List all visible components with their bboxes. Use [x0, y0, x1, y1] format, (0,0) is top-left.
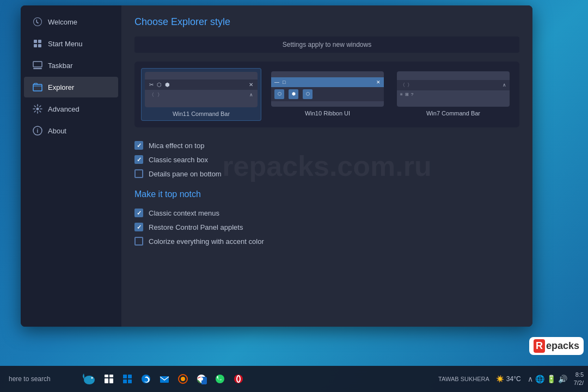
checkbox-classic-search[interactable]: Classic search box	[134, 152, 519, 167]
taskbar-start-icon[interactable]	[120, 371, 135, 387]
battery-icon[interactable]: 🔋	[547, 375, 556, 383]
checkbox-mica[interactable]: Mica effect on top	[134, 138, 519, 152]
win11-expand: ∧	[249, 92, 253, 97]
style-cards-container: ✂ ⬡ ⬢ ✕ 〈 〉 ∧ Win11 Command Bar	[134, 62, 519, 127]
svg-rect-16	[123, 375, 127, 378]
win11-back: 〈	[149, 91, 154, 99]
ribbon-close: ✕	[376, 79, 381, 85]
weather-icon: ☀️	[496, 375, 504, 383]
win7-expand: ∧	[503, 82, 506, 88]
ribbon-top: — □ ✕	[271, 77, 384, 87]
network-icon[interactable]: 🌐	[535, 375, 544, 383]
sidebar-item-explorer[interactable]: Explorer	[24, 77, 118, 97]
win7-view-icon: ⊞	[405, 92, 409, 97]
about-icon: i	[33, 126, 42, 136]
win7-toolbar: ≡ ⊞ ?	[397, 90, 510, 99]
details-pane-checkbox[interactable]	[134, 169, 143, 178]
search-text: here to search	[9, 375, 51, 383]
taskbar-mail-icon[interactable]	[157, 371, 172, 387]
colorize-checkbox[interactable]	[134, 237, 143, 246]
classic-search-checkbox[interactable]	[134, 155, 143, 164]
taskbar-weather: ☀️ 34°C	[496, 375, 521, 383]
style-card-win10[interactable]: — □ ✕ ⬡ ⬢ ⬡ Win10 Ribbon UI	[268, 68, 387, 121]
svg-rect-5	[33, 68, 42, 69]
svg-rect-13	[109, 375, 113, 377]
win7-card-label: Win7 Command Bar	[426, 110, 480, 117]
sidebar-item-taskbar-label: Taskbar	[48, 62, 73, 70]
taskbar-chrome-icon[interactable]	[194, 371, 209, 387]
svg-rect-18	[123, 379, 127, 383]
taskbar-browser-icon[interactable]	[175, 371, 191, 387]
svg-rect-0	[34, 40, 37, 43]
taskbar-sys-icons: ∧ 🌐 🔋 🔊	[528, 375, 567, 383]
ribbon-maximize: □	[283, 79, 285, 85]
sidebar-item-advanced[interactable]: Advanced	[24, 99, 118, 119]
svg-text:i: i	[37, 128, 39, 134]
svg-point-11	[91, 377, 93, 379]
taskbar-whatsapp-icon[interactable]	[212, 371, 228, 387]
svg-rect-15	[109, 378, 113, 383]
main-content: repacks.com.ru Choose Explorer style Set…	[121, 5, 532, 327]
svg-rect-1	[38, 40, 41, 43]
sidebar-item-about[interactable]: i About	[24, 120, 118, 141]
grid-icon	[33, 39, 42, 48]
win11-preview: ✂ ⬡ ⬢ ✕ 〈 〉 ∧	[145, 72, 258, 107]
details-pane-label: Details pane on bottom	[149, 170, 222, 178]
win7-nav: 〈 〉 ∧	[397, 80, 510, 90]
advanced-icon	[33, 104, 42, 114]
ribbon-icon-1: ⬡	[274, 89, 284, 99]
svg-rect-4	[33, 62, 42, 67]
taskbar-username: TAWAB SUKHERA	[438, 376, 489, 382]
win7-back: 〈	[400, 82, 405, 89]
chevron-up-icon[interactable]: ∧	[528, 375, 533, 383]
ribbon-minimize: —	[274, 79, 279, 85]
svg-rect-21	[160, 376, 169, 383]
win11-icon-2: ⬡	[157, 82, 162, 88]
win10-preview: — □ ✕ ⬡ ⬢ ⬡	[271, 71, 384, 107]
win7-list-icon: ≡	[400, 92, 403, 97]
checkbox-section-top-notch: Classic context menus Restore Control Pa…	[134, 206, 519, 248]
svg-rect-14	[105, 378, 108, 383]
taskbar-app-icons	[101, 371, 246, 387]
desktop: Welcome Start Menu Taskbar	[0, 0, 588, 392]
make-top-notch-title: Make it top notch	[134, 189, 519, 199]
checkbox-classic-context[interactable]: Classic context menus	[134, 206, 519, 220]
checkbox-details-pane[interactable]: Details pane on bottom	[134, 167, 519, 181]
svg-rect-3	[38, 44, 41, 47]
svg-rect-6	[33, 84, 42, 91]
weather-temp: 34°C	[506, 375, 521, 383]
svg-point-26	[216, 375, 224, 383]
sidebar-item-start-menu[interactable]: Start Menu	[24, 33, 118, 54]
win11-card-label: Win11 Command Bar	[173, 111, 230, 117]
sidebar-item-welcome[interactable]: Welcome	[24, 11, 118, 32]
taskbar-fish-icon[interactable]	[81, 370, 98, 388]
sidebar-item-advanced-label: Advanced	[48, 105, 79, 113]
taskbar-opera-icon[interactable]	[231, 371, 246, 387]
sidebar-item-about-label: About	[48, 127, 66, 135]
svg-point-7	[36, 108, 39, 111]
svg-point-25	[200, 377, 203, 381]
svg-rect-12	[105, 375, 108, 377]
style-card-win11[interactable]: ✂ ⬡ ⬢ ✕ 〈 〉 ∧ Win11 Command Bar	[141, 68, 261, 121]
taskbar: here to search	[0, 366, 588, 392]
win11-icon-3: ⬢	[165, 82, 170, 88]
classic-context-checkbox[interactable]	[134, 209, 143, 217]
win7-preview: 〈 〉 ∧ ≡ ⊞ ?	[397, 71, 510, 107]
app-window: Welcome Start Menu Taskbar	[21, 5, 532, 327]
volume-icon[interactable]: 🔊	[558, 375, 567, 383]
sidebar-item-taskbar[interactable]: Taskbar	[24, 55, 118, 76]
win7-forward: 〉	[407, 82, 412, 89]
taskbar-icon	[33, 60, 42, 70]
checkbox-colorize[interactable]: Colorize everything with accent color	[134, 234, 519, 248]
settings-apply-note: Settings apply to new windows	[134, 36, 519, 53]
sidebar: Welcome Start Menu Taskbar	[21, 5, 121, 327]
checkbox-restore-control[interactable]: Restore Control Panel applets	[134, 220, 519, 234]
win11-close: ✕	[249, 82, 253, 88]
taskbar-edge-icon[interactable]	[138, 371, 154, 387]
sidebar-item-explorer-label: Explorer	[48, 83, 74, 91]
restore-control-checkbox[interactable]	[134, 223, 143, 231]
mica-checkbox[interactable]	[134, 141, 143, 150]
taskbar-time: 8:5 7/2/	[574, 371, 584, 388]
style-card-win7[interactable]: 〈 〉 ∧ ≡ ⊞ ? Win7 Command Bar	[394, 68, 513, 121]
taskbar-multitasking-icon[interactable]	[101, 371, 117, 387]
